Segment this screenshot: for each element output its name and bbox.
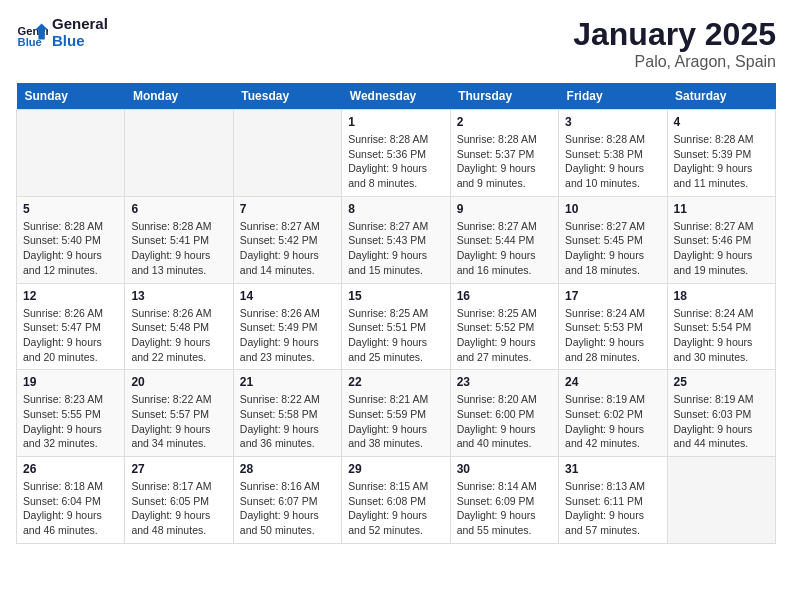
- calendar-cell: 6Sunrise: 8:28 AMSunset: 5:41 PMDaylight…: [125, 196, 233, 283]
- day-number: 1: [348, 115, 443, 129]
- week-row-1: 1Sunrise: 8:28 AMSunset: 5:36 PMDaylight…: [17, 110, 776, 197]
- weekday-header-thursday: Thursday: [450, 83, 558, 110]
- sunset-text: Sunset: 5:39 PM: [674, 148, 752, 160]
- day-info: Sunrise: 8:24 AMSunset: 5:54 PMDaylight:…: [674, 306, 769, 365]
- day-number: 13: [131, 289, 226, 303]
- day-number: 12: [23, 289, 118, 303]
- sunset-text: Sunset: 5:46 PM: [674, 234, 752, 246]
- daylight-minutes: and 12 minutes.: [23, 264, 98, 276]
- sunset-text: Sunset: 6:11 PM: [565, 495, 643, 507]
- sunset-text: Sunset: 5:41 PM: [131, 234, 209, 246]
- daylight-text: Daylight: 9 hours: [23, 509, 102, 521]
- sunset-text: Sunset: 6:04 PM: [23, 495, 101, 507]
- sunset-text: Sunset: 5:36 PM: [348, 148, 426, 160]
- sunset-text: Sunset: 6:09 PM: [457, 495, 535, 507]
- daylight-minutes: and 38 minutes.: [348, 437, 423, 449]
- sunset-text: Sunset: 5:44 PM: [457, 234, 535, 246]
- calendar-cell: 29Sunrise: 8:15 AMSunset: 6:08 PMDayligh…: [342, 457, 450, 544]
- day-number: 15: [348, 289, 443, 303]
- day-info: Sunrise: 8:19 AMSunset: 6:02 PMDaylight:…: [565, 392, 660, 451]
- sunset-text: Sunset: 5:59 PM: [348, 408, 426, 420]
- sunrise-text: Sunrise: 8:26 AM: [240, 307, 320, 319]
- daylight-minutes: and 42 minutes.: [565, 437, 640, 449]
- daylight-minutes: and 23 minutes.: [240, 351, 315, 363]
- day-info: Sunrise: 8:28 AMSunset: 5:39 PMDaylight:…: [674, 132, 769, 191]
- day-info: Sunrise: 8:28 AMSunset: 5:41 PMDaylight:…: [131, 219, 226, 278]
- calendar-cell: 10Sunrise: 8:27 AMSunset: 5:45 PMDayligh…: [559, 196, 667, 283]
- calendar-cell: 4Sunrise: 8:28 AMSunset: 5:39 PMDaylight…: [667, 110, 775, 197]
- calendar-cell: [17, 110, 125, 197]
- calendar-cell: 9Sunrise: 8:27 AMSunset: 5:44 PMDaylight…: [450, 196, 558, 283]
- day-info: Sunrise: 8:20 AMSunset: 6:00 PMDaylight:…: [457, 392, 552, 451]
- daylight-text: Daylight: 9 hours: [457, 336, 536, 348]
- daylight-minutes: and 22 minutes.: [131, 351, 206, 363]
- sunrise-text: Sunrise: 8:22 AM: [240, 393, 320, 405]
- daylight-text: Daylight: 9 hours: [565, 336, 644, 348]
- daylight-text: Daylight: 9 hours: [131, 423, 210, 435]
- day-number: 16: [457, 289, 552, 303]
- daylight-text: Daylight: 9 hours: [23, 249, 102, 261]
- sunset-text: Sunset: 6:00 PM: [457, 408, 535, 420]
- day-number: 23: [457, 375, 552, 389]
- daylight-text: Daylight: 9 hours: [240, 249, 319, 261]
- sunset-text: Sunset: 6:07 PM: [240, 495, 318, 507]
- day-number: 11: [674, 202, 769, 216]
- logo-blue: Blue: [52, 33, 108, 50]
- day-number: 22: [348, 375, 443, 389]
- sunrise-text: Sunrise: 8:28 AM: [23, 220, 103, 232]
- calendar-cell: 7Sunrise: 8:27 AMSunset: 5:42 PMDaylight…: [233, 196, 341, 283]
- calendar-cell: 3Sunrise: 8:28 AMSunset: 5:38 PMDaylight…: [559, 110, 667, 197]
- day-info: Sunrise: 8:28 AMSunset: 5:37 PMDaylight:…: [457, 132, 552, 191]
- day-number: 30: [457, 462, 552, 476]
- daylight-minutes: and 8 minutes.: [348, 177, 417, 189]
- sunset-text: Sunset: 5:54 PM: [674, 321, 752, 333]
- sunrise-text: Sunrise: 8:28 AM: [565, 133, 645, 145]
- daylight-minutes: and 44 minutes.: [674, 437, 749, 449]
- calendar-cell: 14Sunrise: 8:26 AMSunset: 5:49 PMDayligh…: [233, 283, 341, 370]
- day-number: 18: [674, 289, 769, 303]
- daylight-text: Daylight: 9 hours: [348, 162, 427, 174]
- sunset-text: Sunset: 6:05 PM: [131, 495, 209, 507]
- sunrise-text: Sunrise: 8:16 AM: [240, 480, 320, 492]
- sunrise-text: Sunrise: 8:15 AM: [348, 480, 428, 492]
- sunrise-text: Sunrise: 8:28 AM: [131, 220, 211, 232]
- calendar-cell: 25Sunrise: 8:19 AMSunset: 6:03 PMDayligh…: [667, 370, 775, 457]
- day-number: 28: [240, 462, 335, 476]
- day-info: Sunrise: 8:26 AMSunset: 5:48 PMDaylight:…: [131, 306, 226, 365]
- sunrise-text: Sunrise: 8:22 AM: [131, 393, 211, 405]
- sunrise-text: Sunrise: 8:25 AM: [348, 307, 428, 319]
- logo: General Blue General Blue: [16, 16, 108, 49]
- daylight-text: Daylight: 9 hours: [240, 509, 319, 521]
- sunrise-text: Sunrise: 8:17 AM: [131, 480, 211, 492]
- day-number: 6: [131, 202, 226, 216]
- day-info: Sunrise: 8:13 AMSunset: 6:11 PMDaylight:…: [565, 479, 660, 538]
- day-info: Sunrise: 8:21 AMSunset: 5:59 PMDaylight:…: [348, 392, 443, 451]
- calendar-cell: 2Sunrise: 8:28 AMSunset: 5:37 PMDaylight…: [450, 110, 558, 197]
- calendar-cell: [667, 457, 775, 544]
- daylight-minutes: and 25 minutes.: [348, 351, 423, 363]
- day-number: 31: [565, 462, 660, 476]
- daylight-text: Daylight: 9 hours: [457, 162, 536, 174]
- daylight-text: Daylight: 9 hours: [457, 509, 536, 521]
- daylight-text: Daylight: 9 hours: [131, 249, 210, 261]
- sunrise-text: Sunrise: 8:25 AM: [457, 307, 537, 319]
- day-number: 25: [674, 375, 769, 389]
- day-info: Sunrise: 8:24 AMSunset: 5:53 PMDaylight:…: [565, 306, 660, 365]
- daylight-text: Daylight: 9 hours: [674, 162, 753, 174]
- day-number: 4: [674, 115, 769, 129]
- daylight-minutes: and 16 minutes.: [457, 264, 532, 276]
- day-number: 2: [457, 115, 552, 129]
- location: Palo, Aragon, Spain: [573, 53, 776, 71]
- calendar-cell: 11Sunrise: 8:27 AMSunset: 5:46 PMDayligh…: [667, 196, 775, 283]
- day-info: Sunrise: 8:25 AMSunset: 5:52 PMDaylight:…: [457, 306, 552, 365]
- day-number: 7: [240, 202, 335, 216]
- daylight-minutes: and 30 minutes.: [674, 351, 749, 363]
- sunset-text: Sunset: 5:43 PM: [348, 234, 426, 246]
- daylight-minutes: and 18 minutes.: [565, 264, 640, 276]
- calendar-cell: 17Sunrise: 8:24 AMSunset: 5:53 PMDayligh…: [559, 283, 667, 370]
- day-info: Sunrise: 8:14 AMSunset: 6:09 PMDaylight:…: [457, 479, 552, 538]
- daylight-text: Daylight: 9 hours: [674, 336, 753, 348]
- daylight-minutes: and 19 minutes.: [674, 264, 749, 276]
- daylight-minutes: and 13 minutes.: [131, 264, 206, 276]
- sunset-text: Sunset: 5:51 PM: [348, 321, 426, 333]
